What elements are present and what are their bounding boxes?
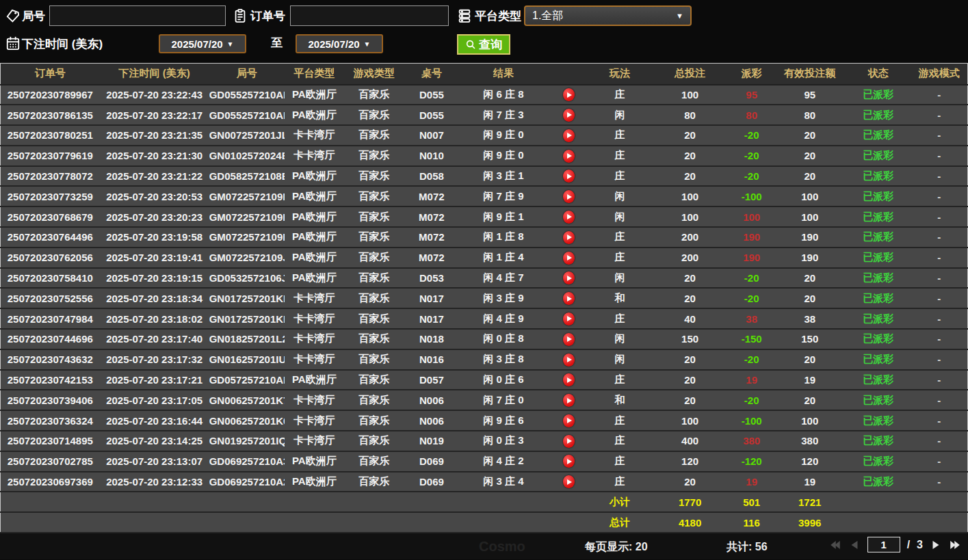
date-to-picker[interactable]: 2025/07/20 ▼ (296, 34, 383, 53)
total-bet-cell: 40 (651, 308, 729, 329)
empty-cell (911, 512, 967, 533)
play-icon[interactable] (563, 475, 575, 488)
valid-bet-cell: 150 (774, 329, 846, 349)
query-button[interactable]: 查询 (457, 34, 510, 55)
result-video-cell (548, 268, 589, 289)
play-icon[interactable] (563, 190, 575, 203)
order-no-cell: 250720230752556 (1, 288, 100, 308)
table-no-cell: D069 (404, 472, 459, 492)
column-header: 总投注 (651, 64, 729, 85)
total-bet-cell: 20 (651, 349, 729, 370)
grand-total-label: 总计 (589, 512, 651, 533)
platform-cell: PA欧洲厅 (285, 227, 344, 248)
play-type-cell: 庄 (589, 125, 651, 146)
status-cell: 已派彩 (846, 329, 911, 349)
play-icon[interactable] (563, 354, 575, 366)
play-type-cell: 闲 (589, 329, 651, 349)
play-icon[interactable] (563, 88, 575, 101)
play-type-cell: 庄 (589, 85, 651, 105)
page-number-input[interactable] (867, 537, 900, 552)
status-cell: 已派彩 (846, 451, 911, 472)
total-bet-cell: 200 (651, 227, 729, 248)
previous-page-icon[interactable] (848, 539, 861, 551)
empty-cell (911, 492, 967, 512)
table-no-cell: M072 (404, 227, 459, 248)
valid-bet-cell: 20 (774, 288, 846, 308)
valid-bet-cell: 19 (774, 472, 846, 492)
play-icon[interactable] (563, 150, 575, 163)
status-cell: 已派彩 (846, 288, 911, 308)
result-video-cell (548, 451, 589, 472)
table-row: 2507202307148952025-07-20 23:14:25GN0192… (1, 431, 968, 451)
valid-bet-cell: 100 (774, 186, 846, 206)
platform-cell: 卡卡湾厅 (285, 329, 344, 349)
result-video-cell (548, 227, 589, 248)
result-video-cell (548, 329, 589, 349)
chevron-down-icon: ▼ (227, 40, 234, 48)
platform-cell: PA欧洲厅 (285, 451, 344, 472)
game-no-cell: GN016257201IU (209, 349, 285, 370)
date-from-picker[interactable]: 2025/07/20 ▼ (159, 34, 246, 53)
bet-time-cell: 2025-07-20 23:17:05 (100, 390, 209, 410)
bet-time-cell: 2025-07-20 23:17:32 (100, 349, 209, 370)
valid-bet-cell: 20 (774, 349, 846, 370)
total-bet-cell: 150 (651, 329, 729, 349)
subtotal-total-bet: 1770 (651, 492, 729, 512)
play-type-cell: 庄 (589, 166, 651, 187)
play-icon[interactable] (563, 333, 575, 346)
empty-cell (285, 512, 344, 533)
play-icon[interactable] (563, 231, 575, 244)
play-icon[interactable] (563, 211, 575, 224)
platform-cell: PA欧洲厅 (285, 472, 344, 492)
game-no-input[interactable] (49, 5, 226, 26)
play-icon[interactable] (563, 252, 575, 265)
play-icon[interactable] (563, 394, 575, 407)
play-icon[interactable] (563, 109, 575, 122)
table-no-cell: N018 (404, 329, 459, 349)
game-mode-cell: - (911, 268, 967, 289)
empty-cell (404, 492, 459, 512)
play-icon[interactable] (563, 129, 575, 142)
table-row: 2507202307686792025-07-20 23:20:23GM0722… (1, 206, 968, 227)
column-header: 订单号 (1, 64, 100, 85)
order-no-cell: 250720230780251 (1, 125, 100, 146)
play-icon[interactable] (563, 292, 575, 305)
platform-cell: PA欧洲厅 (285, 105, 344, 125)
subtotal-label: 小计 (589, 492, 651, 512)
game-type-cell: 百家乐 (344, 410, 404, 431)
order-no-cell: 250720230742153 (1, 370, 100, 390)
play-type-cell: 闲 (589, 268, 651, 289)
status-cell: 已派彩 (846, 370, 911, 390)
play-icon[interactable] (563, 455, 575, 468)
play-icon[interactable] (563, 373, 575, 386)
play-icon[interactable] (563, 170, 575, 183)
table-row: 2507202307394062025-07-20 23:17:05GN0062… (1, 390, 968, 410)
play-icon[interactable] (563, 271, 575, 284)
filter-bar: 局号 订单号 平台类型 1.全部 ▼ (0, 0, 968, 63)
platform-type-select[interactable]: 1.全部 ▼ (524, 5, 692, 26)
page-separator: / (907, 539, 910, 551)
valid-bet-cell: 380 (774, 431, 846, 451)
table-no-cell: N017 (404, 308, 459, 329)
status-cell: 已派彩 (846, 85, 911, 105)
last-page-icon[interactable] (949, 539, 961, 551)
platform-list-icon (457, 8, 472, 23)
table-no-cell: D055 (404, 105, 459, 125)
play-icon[interactable] (563, 414, 575, 427)
valid-bet-cell: 190 (774, 227, 846, 248)
subtotal-payout: 501 (729, 492, 774, 512)
play-icon[interactable] (563, 312, 575, 325)
play-icon[interactable] (563, 435, 575, 448)
next-page-icon[interactable] (930, 539, 942, 551)
result-cell: 闲 9 庄 0 (459, 146, 548, 166)
payout-cell: 38 (729, 308, 774, 329)
status-cell: 已派彩 (846, 206, 911, 227)
order-no-input[interactable] (290, 5, 449, 26)
result-cell: 闲 6 庄 8 (459, 85, 548, 105)
game-type-cell: 百家乐 (344, 329, 404, 349)
first-page-icon[interactable] (829, 539, 841, 551)
status-cell: 已派彩 (846, 186, 911, 206)
valid-bet-cell: 100 (774, 410, 846, 431)
column-header: 下注时间 (美东) (100, 64, 209, 85)
result-cell: 闲 4 庄 9 (459, 308, 548, 329)
